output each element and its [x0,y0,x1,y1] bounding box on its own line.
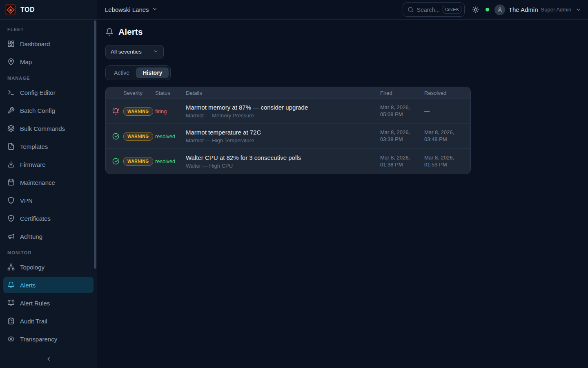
chevron-down-icon [152,6,158,13]
alert-subtitle: Walter — High CPU [186,163,376,169]
theme-toggle-sun-icon[interactable] [472,6,479,13]
sidebar-collapse-button[interactable] [0,351,97,368]
check-circle-icon [112,133,119,140]
alert-row[interactable]: WARNINGresolvedMarmot temperature at 72C… [106,124,470,149]
sidebar-item-map[interactable]: Map [3,54,94,70]
sidebar-item-vpn[interactable]: VPN [3,192,94,209]
sidebar-item-label: Maintenance [20,179,55,186]
sidebar-item-label: VPN [20,197,33,204]
alert-subtitle: Marmot — High Temperature [186,137,376,144]
sidebar-item-label: Alert Rules [20,300,50,307]
status-text: resolved [155,133,186,139]
search-input[interactable] [417,7,439,13]
severity-filter-select[interactable]: All severities [105,45,164,58]
download-icon [7,161,15,168]
brand-name: TOD [20,6,35,13]
sidebar-item-label: Audit Trail [20,318,47,325]
sidebar-scrollbar[interactable] [94,20,96,269]
severity-badge: WARNING [123,157,153,166]
status-text: firing [155,108,186,114]
page-title: Alerts [118,27,143,37]
bell-icon [105,28,114,36]
shield-check-icon [7,215,15,222]
column-header-severity: Severity [123,90,155,96]
alert-title: Marmot memory at 87% — consider upgrade [186,104,376,111]
sidebar-item-firmware[interactable]: Firmware [3,156,94,173]
sidebar-item-achtung[interactable]: Achtung [3,228,94,245]
severity-badge: WARNING [123,132,153,141]
sidebar-item-label: Alerts [20,282,36,289]
user-role: Super Admin [541,7,571,13]
eye-icon [7,335,15,343]
dashboard-icon [7,40,15,47]
sidebar-section-label-manage: MANAGE [3,72,94,84]
sidebar-item-maintenance[interactable]: Maintenance [3,174,94,191]
alerts-table: SeverityStatusDetailsFiredResolved WARNI… [105,87,471,174]
shield-icon [7,197,15,204]
app-logo-icon [5,4,16,15]
sidebar-item-batch-config[interactable]: Batch Config [3,102,94,119]
sidebar-item-bulk-commands[interactable]: Bulk Commands [3,120,94,137]
sidebar-item-label: Map [20,58,32,65]
resolved-time: Mar 8, 2026, 01:53 PM [424,155,464,168]
alert-title: Walter CPU at 82% for 3 consecutive poll… [186,154,376,161]
search-shortcut-badge: Cmd+K [443,6,461,13]
alert-row[interactable]: WARNINGresolvedWalter CPU at 82% for 3 c… [106,149,470,174]
severity-badge: WARNING [123,107,153,116]
resolved-time: Mar 8, 2026, 03:48 PM [424,129,464,143]
alert-row[interactable]: WARNINGfiringMarmot memory at 87% — cons… [106,99,470,124]
chevron-left-icon [45,356,52,364]
search-box[interactable]: Cmd+K [403,2,465,17]
sidebar-item-topology[interactable]: Topology [3,259,94,275]
sidebar-item-alert-rules[interactable]: Alert Rules [3,295,94,311]
chevron-down-icon[interactable] [575,7,581,13]
avatar[interactable] [494,4,505,15]
bell-icon [7,281,15,289]
sidebar-item-label: Certificates [20,215,51,222]
sidebar-item-label: Templates [20,143,48,150]
user-name: The Admin [509,6,538,13]
alerts-view-tabs: ActiveHistory [105,65,171,80]
org-selector-label: Lebowski Lanes [105,6,149,13]
sidebar-item-config-editor[interactable]: Config Editor [3,84,94,101]
sidebar: TOD FLEETDashboardMapMANAGEConfig Editor… [0,0,97,368]
calendar-icon [7,179,15,186]
severity-filter-value: All severities [111,49,142,55]
bell-ring-icon [112,108,119,115]
sidebar-item-label: Achtung [20,233,42,240]
sidebar-item-certificates[interactable]: Certificates [3,210,94,227]
layers-icon [7,125,15,132]
bell-ring-icon [7,299,15,307]
sidebar-item-label: Bulk Commands [20,125,65,132]
sidebar-item-transparency[interactable]: Transparency [3,331,94,347]
tab-active[interactable]: Active [107,67,136,78]
alerts-table-header: SeverityStatusDetailsFiredResolved [106,87,470,99]
status-text: resolved [155,158,186,164]
sidebar-section-label-fleet: FLEET [3,23,94,36]
sidebar-item-alerts[interactable]: Alerts [3,277,94,293]
column-header-details: Details [186,90,380,96]
sidebar-item-dashboard[interactable]: Dashboard [3,36,94,52]
topology-icon [7,263,15,271]
alert-details-cell: Marmot memory at 87% — consider upgradeM… [186,104,380,119]
file-icon [7,143,15,150]
alerts-table-body: WARNINGfiringMarmot memory at 87% — cons… [106,99,470,174]
sidebar-item-label: Firmware [20,161,46,168]
tab-history[interactable]: History [136,67,169,78]
sidebar-item-templates[interactable]: Templates [3,138,94,155]
alert-title: Marmot temperature at 72C [186,129,376,136]
fired-time: Mar 8, 2026, 05:08 PM [380,104,424,118]
sidebar-nav: FLEETDashboardMapMANAGEConfig EditorBatc… [0,20,97,351]
resolved-time: — [424,108,464,115]
column-header-fired: Fired [380,90,424,96]
sidebar-item-label: Dashboard [20,40,50,47]
sidebar-item-label: Config Editor [20,89,56,96]
sidebar-item-label: Batch Config [20,107,55,114]
page-title-row: Alerts [105,26,580,38]
alert-details-cell: Walter CPU at 82% for 3 consecutive poll… [186,154,380,169]
sidebar-item-label: Topology [20,264,45,271]
sidebar-item-audit-trail[interactable]: Audit Trail [3,313,94,329]
column-header-resolved: Resolved [424,90,464,96]
org-selector[interactable]: Lebowski Lanes [105,6,158,13]
fired-time: Mar 8, 2026, 01:38 PM [380,155,424,168]
